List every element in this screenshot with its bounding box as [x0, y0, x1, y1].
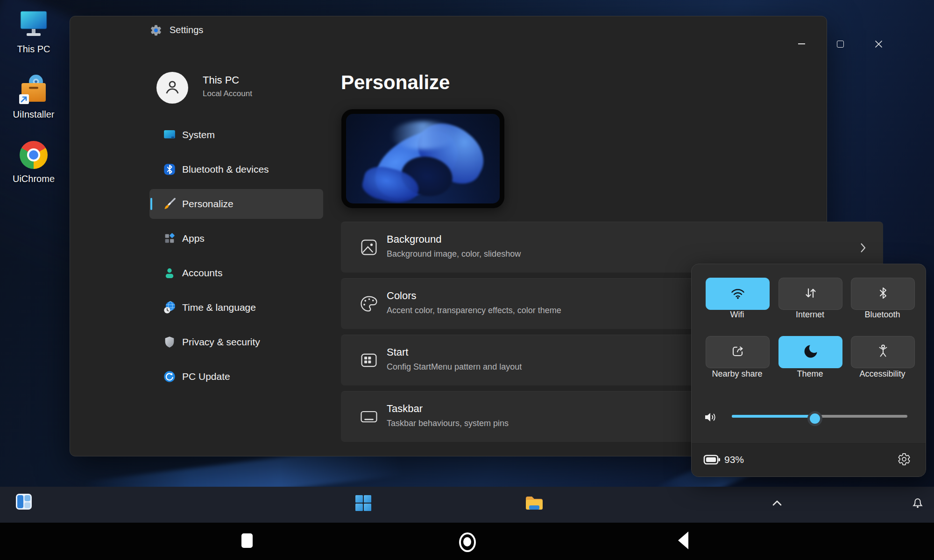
accounts-person-icon — [163, 266, 177, 280]
tile-nearby-share[interactable] — [706, 336, 770, 368]
folder-icon — [524, 495, 544, 513]
wallpaper-bloom-thumbnail — [346, 114, 500, 203]
tile-label: Wifi — [706, 310, 769, 320]
tile-internet[interactable] — [778, 278, 842, 310]
gear-icon — [149, 24, 163, 39]
account-avatar[interactable] — [156, 72, 188, 104]
bluetooth-icon — [876, 286, 891, 302]
sidebar-item-label: Accounts — [182, 267, 222, 279]
account-name: This PC — [203, 74, 239, 86]
row-subtitle: Taskbar behaviours, system pins — [387, 419, 509, 428]
tray-chevron-button[interactable] — [770, 497, 785, 511]
sidebar-item-label: Time & language — [182, 302, 256, 313]
maximize-button[interactable] — [829, 34, 851, 54]
sidebar-item-privacy-security[interactable]: Privacy & security — [149, 327, 323, 357]
notification-bell-button[interactable] — [909, 494, 927, 513]
row-title: Colors — [387, 290, 417, 302]
notification-bell-icon — [911, 495, 925, 512]
close-button[interactable] — [867, 34, 890, 54]
sidebar-item-apps[interactable]: Apps — [149, 224, 323, 253]
theme-moon-icon — [802, 343, 819, 362]
row-subtitle: Background image, color, slideshow — [387, 249, 521, 259]
color-palette-icon — [359, 294, 379, 314]
android-nav-bar — [0, 523, 934, 560]
tile-theme[interactable] — [778, 336, 842, 368]
monitor-icon — [18, 10, 49, 41]
battery-percent: 93% — [724, 454, 744, 465]
sidebar-item-personalize[interactable]: Personalize — [149, 189, 323, 219]
start-menu-icon — [359, 350, 379, 371]
system-icon — [163, 128, 177, 142]
sidebar-item-pc-update[interactable]: PC Update — [149, 362, 323, 392]
desktop-icon-label: This PC — [5, 44, 63, 55]
taskbar-rect-icon — [359, 406, 379, 427]
desktop-icon-label: UiChrome — [5, 174, 63, 184]
time-language-icon — [163, 301, 177, 315]
sidebar-item-label: Apps — [182, 233, 205, 244]
tile-accessibility[interactable] — [851, 336, 915, 368]
volume-slider[interactable] — [732, 415, 907, 418]
desktop-icon-label: UiInstaller — [5, 109, 63, 120]
tile-label: Bluetooth — [851, 310, 914, 320]
chevron-up-icon — [771, 499, 783, 509]
widgets-icon — [15, 493, 33, 512]
pc-update-icon — [163, 370, 177, 384]
installer-box-icon — [17, 74, 50, 106]
row-title: Start — [387, 346, 408, 358]
gear-icon[interactable] — [897, 452, 911, 468]
tile-bluetooth[interactable] — [851, 278, 915, 310]
background-image-icon — [359, 237, 379, 258]
account-subtitle: Local Account — [203, 89, 252, 98]
volume-slider-thumb[interactable] — [807, 411, 822, 426]
desktop-icon-uichrome[interactable]: UiChrome — [5, 141, 63, 184]
sidebar-item-bluetooth-devices[interactable]: Bluetooth & devices — [149, 154, 323, 184]
apps-grid-icon — [163, 231, 177, 245]
window-title: Settings — [170, 25, 203, 35]
start-button[interactable] — [351, 491, 375, 517]
sidebar-item-label: Personalize — [182, 198, 234, 210]
internet-arrows-icon — [802, 285, 819, 303]
volume-slider-fill — [732, 415, 813, 418]
quick-settings-footer: 93% — [692, 443, 926, 476]
window-titlebar[interactable]: Settings — [70, 16, 827, 42]
battery-icon — [703, 452, 722, 469]
personalize-brush-icon — [163, 197, 177, 211]
sidebar-item-time-language[interactable]: Time & language — [149, 293, 323, 322]
wallpaper-preview — [341, 109, 504, 208]
bluetooth-icon — [163, 162, 177, 176]
back-triangle-button[interactable] — [678, 532, 688, 549]
taskbar: 4:22 PM 16-09-2025 — [0, 487, 934, 523]
sidebar-item-label: Privacy & security — [182, 336, 260, 348]
quick-settings-panel: Wifi Internet Bluetooth Nearby share The… — [691, 264, 926, 477]
person-icon — [163, 77, 182, 98]
tile-label: Accessibility — [851, 369, 914, 379]
sidebar-item-accounts[interactable]: Accounts — [149, 258, 323, 288]
settings-sidebar: System Bluetooth & devices Personalize — [149, 120, 323, 392]
windows-start-icon — [354, 494, 372, 514]
file-explorer-button[interactable] — [522, 492, 546, 516]
sidebar-item-label: PC Update — [182, 371, 230, 382]
sidebar-item-label: System — [182, 129, 215, 140]
sidebar-item-system[interactable]: System — [149, 120, 323, 150]
tile-label: Nearby share — [706, 369, 769, 379]
desktop-icon-this-pc[interactable]: This PC — [5, 10, 63, 55]
row-title: Taskbar — [387, 403, 423, 415]
accessibility-icon — [875, 343, 892, 362]
page-title: Personalize — [341, 71, 450, 94]
row-subtitle: Accent color, transparency effects, colo… — [387, 306, 561, 315]
desktop-icon-uiinstaller[interactable]: UiInstaller — [5, 74, 63, 120]
tile-wifi[interactable] — [706, 278, 770, 310]
tile-label: Theme — [778, 369, 842, 379]
widgets-button[interactable] — [14, 493, 34, 512]
row-title: Background — [387, 233, 441, 245]
row-subtitle: Config StartMenu pattern and layout — [387, 362, 522, 372]
home-circle-button[interactable] — [459, 531, 475, 551]
recents-square-button[interactable] — [241, 533, 253, 548]
nearby-share-icon — [729, 343, 746, 362]
minimize-button[interactable] — [790, 34, 813, 54]
home-dot — [463, 537, 471, 546]
sidebar-item-label: Bluetooth & devices — [182, 164, 269, 175]
tile-label: Internet — [778, 310, 842, 320]
privacy-shield-icon — [163, 335, 177, 349]
speaker-icon — [702, 409, 719, 427]
